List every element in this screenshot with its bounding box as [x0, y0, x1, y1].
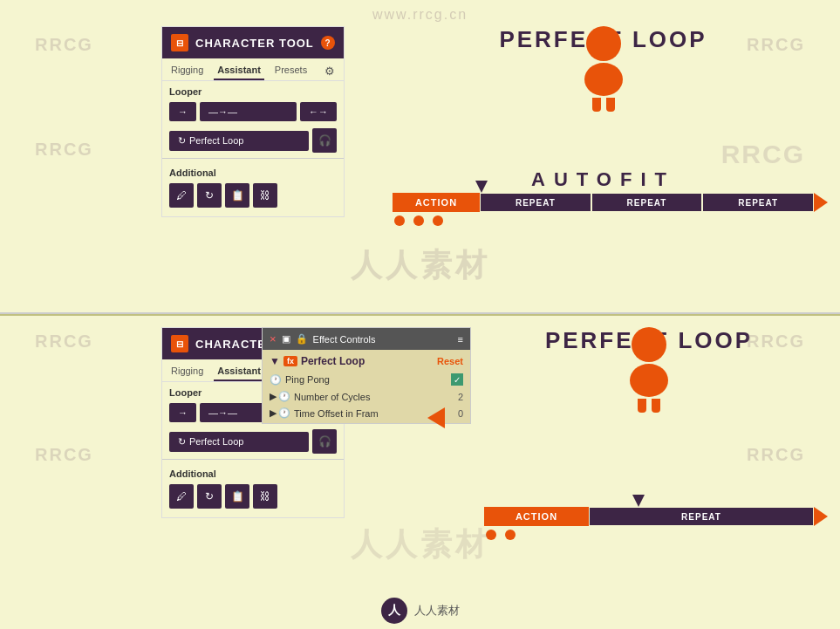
- effect-header: × ▣ 🔒 Effect Controls ≡: [263, 328, 470, 350]
- bottom-additional-row: 🖊 ↻ 📋 ⛓: [162, 482, 344, 510]
- logo-circle: 人: [381, 598, 407, 624]
- bottom-copy-btn[interactable]: 📋: [225, 484, 249, 509]
- bottom-logo-area: 人 人人素材: [381, 598, 460, 624]
- char-legs: [584, 98, 623, 112]
- network-btn[interactable]: ⛓: [253, 183, 277, 208]
- dot-2: [413, 215, 424, 226]
- char-body: [584, 63, 623, 96]
- ping-pong-checkbox[interactable]: ✓: [451, 373, 463, 386]
- repeat-segment-2: REPEAT: [591, 193, 703, 212]
- rrcg-watermark-bl: RRCG: [35, 332, 93, 352]
- top-timeline-area: PERFECT LOOP ACTION REPEAT: [393, 26, 814, 113]
- effect-title: Effect Controls: [313, 334, 376, 345]
- reset-btn[interactable]: Reset: [437, 356, 463, 366]
- bottom-character-figure: [630, 327, 668, 413]
- bottom-char-leg-right: [652, 399, 660, 413]
- bottom-timeline-dots: [484, 530, 814, 540]
- bottom-perfect-loop-btn[interactable]: ↻ Perfect Loop: [169, 432, 309, 452]
- bottom-tab-rigging[interactable]: Rigging: [167, 363, 207, 381]
- panel-tabs: Rigging Assistant Presets ⚙: [162, 58, 344, 81]
- copy-btn[interactable]: 📋: [225, 183, 249, 208]
- autofit-label: AUTOFIT: [531, 168, 675, 191]
- panel-header: ⊟ CHARACTER TOOL ?: [162, 27, 344, 58]
- watermark-url: www.rrcg.cn: [372, 7, 468, 23]
- bottom-char-head: [632, 327, 666, 362]
- btn-arrow2[interactable]: —→—: [200, 102, 297, 121]
- bottom-timeline-area: PERFECT LOOP ACTION REPEAT: [484, 327, 814, 414]
- help-badge[interactable]: ?: [321, 36, 335, 50]
- bottom-headphones-btn[interactable]: 🎧: [312, 429, 337, 454]
- bottom-panel-icon: ⊟: [171, 335, 188, 352]
- bottom-timeline-arrow: [814, 507, 828, 526]
- rrcg-watermark-ml: RRCG: [35, 140, 93, 160]
- bottom-char-legs: [630, 399, 668, 413]
- additional-row: 🖊 ↻ 📋 ⛓: [162, 181, 344, 209]
- cycles-row: ▶ 🕐 Number of Cycles 2: [263, 388, 470, 405]
- looper-row-2: ↻ Perfect Loop 🎧: [162, 126, 344, 154]
- timeline-marker-top: [475, 181, 488, 193]
- rrcg-watermark-tl: RRCG: [35, 35, 93, 55]
- top-character-panel: ⊟ CHARACTER TOOL ? Rigging Assistant Pre…: [161, 26, 345, 217]
- lock-icon: 🔒: [296, 333, 308, 345]
- bottom-char-leg-left: [638, 399, 646, 413]
- divider1: [162, 158, 344, 159]
- timeline-arrow-right: [814, 193, 828, 212]
- bottom-refresh-btn[interactable]: ↻: [197, 484, 222, 509]
- top-timeline-bar: ACTION REPEAT REPEAT REPEAT: [393, 193, 814, 226]
- main-watermark-bottom: 人人素材: [351, 523, 490, 566]
- bottom-char-body: [630, 364, 668, 397]
- main-watermark-top: 人人素材: [351, 244, 490, 287]
- cycles-label: Number of Cycles: [294, 392, 458, 402]
- looper-row-1: → —→— ←→: [162, 100, 344, 123]
- tab-presets[interactable]: Presets: [271, 62, 311, 80]
- pen-btn[interactable]: 🖊: [169, 183, 194, 208]
- char-leg-right: [606, 98, 615, 112]
- rrcg-watermark-mr: RRCG: [721, 140, 805, 169]
- logo-text: 人人素材: [414, 603, 460, 619]
- dot-1: [394, 215, 405, 226]
- timeline-track: ACTION REPEAT REPEAT REPEAT: [393, 193, 814, 212]
- bottom-repeat-segment: REPEAT: [589, 507, 814, 526]
- tab-rigging[interactable]: Rigging: [167, 62, 207, 80]
- char-head: [586, 26, 621, 61]
- section-divider: [0, 314, 840, 316]
- bottom-section: ⊟ CHARACTER TOOL ? Rigging Assistant Pre…: [0, 314, 840, 629]
- bottom-network-btn[interactable]: ⛓: [253, 484, 277, 509]
- tab-gear[interactable]: ⚙: [321, 62, 338, 80]
- char-leg-left: [592, 98, 601, 112]
- dot-3: [433, 215, 443, 226]
- effect-mini-icon: ▣: [282, 333, 290, 345]
- refresh-btn[interactable]: ↻: [197, 183, 222, 208]
- ping-pong-label: Ping Pong: [285, 374, 451, 385]
- tab-assistant[interactable]: Assistant: [214, 62, 264, 80]
- rrcg-watermark-bml: RRCG: [35, 445, 93, 465]
- bottom-dot-2: [505, 530, 516, 540]
- effect-close-btn[interactable]: ×: [270, 332, 277, 345]
- bottom-timeline-bar: ACTION REPEAT: [484, 507, 814, 540]
- repeat-segment-1: REPEAT: [480, 193, 591, 212]
- effect-name: Perfect Loop: [301, 355, 365, 367]
- bottom-dot-1: [486, 530, 496, 540]
- bottom-looper-row-2: ↻ Perfect Loop 🎧: [162, 427, 344, 455]
- cycles-value: 2: [458, 392, 463, 402]
- bottom-pen-btn[interactable]: 🖊: [169, 484, 194, 509]
- bottom-tab-assistant[interactable]: Assistant: [214, 363, 264, 381]
- action-segment: ACTION: [393, 193, 480, 212]
- top-section: www.rrcg.cn ⊟ CHARACTER TOOL ? Rigging A…: [0, 0, 840, 314]
- perfect-loop-btn-top[interactable]: ↻ Perfect Loop: [169, 131, 309, 151]
- bottom-divider1: [162, 459, 344, 460]
- repeat-segment-3: REPEAT: [702, 193, 814, 212]
- headphones-btn[interactable]: 🎧: [312, 128, 337, 153]
- btn-arrow1[interactable]: →: [169, 102, 196, 121]
- arrow-pointer-cycles: [427, 407, 445, 428]
- bottom-btn-arrow1[interactable]: →: [169, 403, 196, 422]
- bottom-timeline-marker: [632, 495, 645, 507]
- bottom-timeline-track: ACTION REPEAT: [484, 507, 814, 526]
- panel-icon: ⊟: [171, 34, 188, 51]
- panel-title: CHARACTER TOOL: [195, 37, 314, 50]
- btn-arrow3[interactable]: ←→: [300, 102, 337, 121]
- effect-menu-btn[interactable]: ≡: [458, 334, 463, 345]
- bottom-action-segment: ACTION: [484, 507, 589, 526]
- time-offset-value: 0: [458, 408, 463, 419]
- looper-label: Looper: [162, 81, 344, 100]
